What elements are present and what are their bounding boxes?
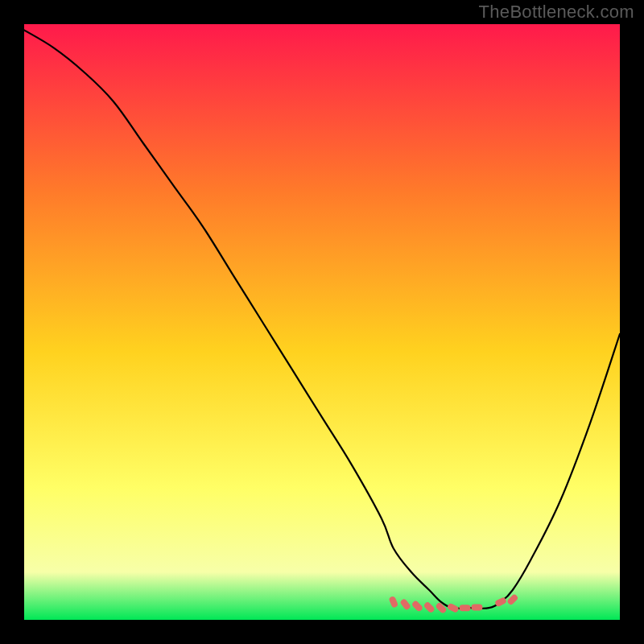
chart-container: TheBottleneck.com — [0, 0, 644, 644]
chart-svg — [24, 24, 620, 620]
watermark-text: TheBottleneck.com — [479, 2, 634, 23]
gradient-background — [24, 24, 620, 620]
optimum-marker — [460, 605, 471, 611]
plot-area — [24, 24, 620, 620]
optimum-marker — [471, 604, 482, 610]
